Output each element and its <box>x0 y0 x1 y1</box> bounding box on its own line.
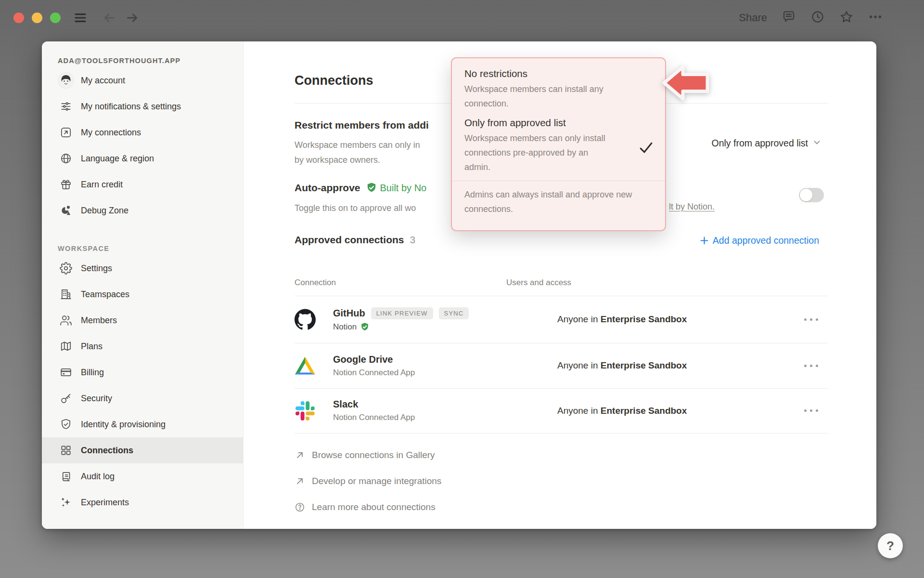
debug-shapes-icon <box>58 202 74 219</box>
auto-approve-toggle[interactable] <box>799 188 824 202</box>
restriction-select-value: Only from approved list <box>712 138 808 149</box>
people-icon <box>58 312 74 328</box>
sidebar-item-experiments[interactable]: Experiments <box>42 489 243 515</box>
link-preview-badge: LINK PREVIEW <box>371 307 433 319</box>
approved-connections-heading-row: Approved connections 3 <box>295 234 415 246</box>
sidebar-item-settings[interactable]: Settings <box>42 255 243 281</box>
settings-sidebar: ADA@TOOLSFORTHOUGHT.APP My account My no… <box>42 41 244 529</box>
auto-approve-heading: Auto-approve <box>295 182 360 194</box>
row-menu-icon[interactable] <box>804 409 818 412</box>
comments-icon[interactable] <box>782 10 796 26</box>
connection-access: Anyone in Enterprise Sandbox <box>557 314 687 325</box>
connection-name: Slack <box>333 399 358 410</box>
restrict-members-heading: Restrict members from addi <box>295 119 429 131</box>
workspace-section-label: WORKSPACE <box>42 242 243 255</box>
sidebar-item-billing[interactable]: Billing <box>42 359 243 385</box>
account-email: ADA@TOOLSFORTHOUGHT.APP <box>42 54 243 67</box>
arrow-up-right-icon <box>295 476 305 486</box>
sidebar-item-language-region[interactable]: Language & region <box>42 145 243 171</box>
minimize-window-button[interactable] <box>32 13 42 23</box>
connection-access: Anyone in Enterprise Sandbox <box>557 406 687 416</box>
sidebar-item-identity-provisioning[interactable]: Identity & provisioning <box>42 411 243 437</box>
built-by-notion-badge: Built by No <box>366 182 427 194</box>
popup-option-only-approved[interactable]: Only from approved list Workspace member… <box>464 117 653 174</box>
desktop: Share ADA@TOOLSFORTHOUGHT.APP M <box>0 0 924 578</box>
gift-icon <box>58 176 74 193</box>
verified-shield-icon <box>360 322 370 332</box>
connection-name: Google Drive <box>333 354 393 365</box>
favorite-star-icon[interactable] <box>839 10 854 26</box>
building-icon <box>58 286 74 302</box>
more-options-icon[interactable] <box>868 10 883 26</box>
slack-logo-icon <box>295 400 316 421</box>
learn-more-link[interactable]: Learn more about connections <box>295 494 441 520</box>
back-arrow-icon[interactable] <box>98 6 121 29</box>
sidebar-item-earn-credit[interactable]: Earn credit <box>42 171 243 197</box>
google-drive-logo-icon <box>295 355 316 376</box>
plus-icon <box>700 236 709 245</box>
table-row-slack[interactable]: Slack Notion Connected App Anyone in Ent… <box>295 388 828 433</box>
develop-integrations-link[interactable]: Develop or manage integrations <box>295 468 441 494</box>
connections-settings-panel: Connections Restrict members from addi W… <box>244 41 876 529</box>
key-icon <box>58 390 74 407</box>
page-title: Connections <box>295 73 373 88</box>
scroll-icon <box>58 468 74 485</box>
close-window-button[interactable] <box>13 13 24 23</box>
verified-shield-icon <box>366 182 377 194</box>
browse-gallery-link[interactable]: Browse connections in Gallery <box>295 442 441 468</box>
column-header-connection: Connection <box>295 278 336 288</box>
titlebar: Share <box>0 0 924 41</box>
sidebar-item-security[interactable]: Security <box>42 385 243 411</box>
arrow-up-right-icon <box>295 450 305 460</box>
approved-connections-count: 3 <box>410 234 416 246</box>
share-button[interactable]: Share <box>739 12 767 24</box>
row-menu-icon[interactable] <box>804 365 818 367</box>
sidebar-item-my-connections[interactable]: My connections <box>42 119 243 145</box>
red-annotation-arrow-icon <box>662 63 710 103</box>
popup-note: Admins can always install and approve ne… <box>464 187 653 216</box>
table-row-github[interactable]: GitHub LINK PREVIEW SYNC Notion Anyone i… <box>295 296 828 343</box>
check-icon <box>639 140 654 157</box>
connection-subtitle: Notion <box>333 322 357 332</box>
table-row-google-drive[interactable]: Google Drive Notion Connected App Anyone… <box>295 343 828 388</box>
settings-window: ADA@TOOLSFORTHOUGHT.APP My account My no… <box>42 41 876 529</box>
connection-access: Anyone in Enterprise Sandbox <box>557 360 687 371</box>
map-icon <box>58 338 74 355</box>
github-logo-icon <box>295 309 316 330</box>
arrow-up-right-box-icon <box>58 124 74 141</box>
restriction-select[interactable]: Only from approved list <box>712 138 821 149</box>
question-circle-icon <box>295 502 305 512</box>
history-clock-icon[interactable] <box>810 10 825 26</box>
sidebar-item-teamspaces[interactable]: Teamspaces <box>42 281 243 307</box>
popup-divider <box>452 181 665 181</box>
sparkles-icon <box>58 494 74 511</box>
sliders-icon <box>58 98 74 115</box>
forward-arrow-icon[interactable] <box>121 6 144 29</box>
sidebar-item-members[interactable]: Members <box>42 307 243 333</box>
sidebar-item-connections[interactable]: Connections <box>42 437 243 463</box>
column-header-users-access: Users and access <box>506 278 571 288</box>
popup-option-no-restrictions[interactable]: No restrictions Workspace members can in… <box>464 68 653 111</box>
sidebar-item-my-account[interactable]: My account <box>42 67 243 93</box>
auto-approve-description: Toggle this on to approve all wo <box>295 201 416 216</box>
help-button[interactable]: ? <box>878 533 903 558</box>
footer-links: Browse connections in Gallery Develop or… <box>295 442 441 520</box>
avatar <box>58 72 74 89</box>
sync-badge: SYNC <box>439 307 469 319</box>
chevron-down-icon <box>813 138 821 148</box>
hamburger-menu-icon[interactable] <box>69 6 92 29</box>
add-approved-connection-button[interactable]: Add approved connection <box>700 235 819 246</box>
gear-icon <box>58 260 74 276</box>
sidebar-item-debug-zone[interactable]: Debug Zone <box>42 197 243 223</box>
restrict-members-description: Workspace members can only in by workspa… <box>295 138 420 168</box>
zoom-window-button[interactable] <box>50 13 61 23</box>
sidebar-item-notifications-settings[interactable]: My notifications & settings <box>42 93 243 119</box>
row-menu-icon[interactable] <box>804 318 818 321</box>
sidebar-item-audit-log[interactable]: Audit log <box>42 463 243 489</box>
auto-approve-heading-row: Auto-approve Built by No <box>295 182 426 194</box>
credit-card-icon <box>58 364 74 381</box>
connection-subtitle: Notion Connected App <box>333 368 415 378</box>
sidebar-item-plans[interactable]: Plans <box>42 333 243 359</box>
built-by-notion-link-fragment[interactable]: lt by Notion. <box>669 202 715 212</box>
grid-icon <box>58 442 74 459</box>
